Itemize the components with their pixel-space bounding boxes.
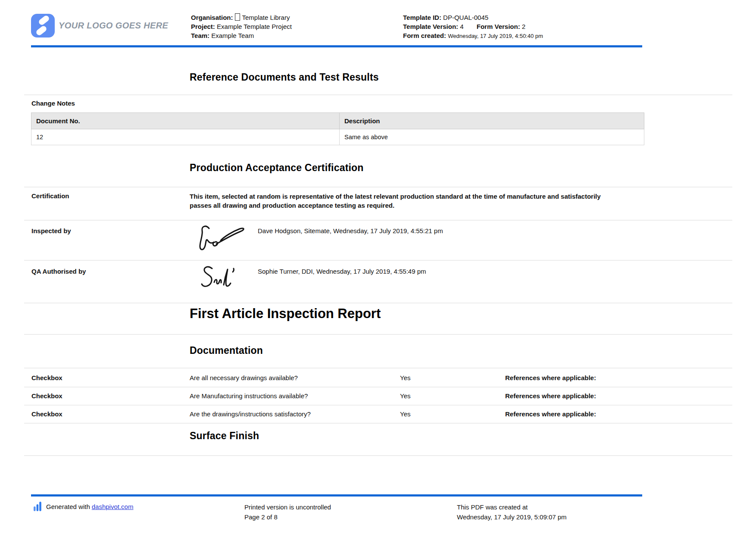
section-divider xyxy=(24,303,732,303)
qa-authorised-by-value: Sophie Turner, DDI, Wednesday, 17 July 2… xyxy=(258,268,426,275)
section-title-production-acceptance: Production Acceptance Certification xyxy=(190,162,364,174)
generated-with-text: Generated with xyxy=(46,503,90,510)
organisation-row: Organisation:Template Library xyxy=(191,13,292,22)
cell-document-no: 12 xyxy=(31,129,340,145)
section-title-surface-finish: Surface Finish xyxy=(190,430,259,442)
documentation-row: Checkbox Are the drawings/instructions s… xyxy=(24,405,732,424)
checkbox-field-label: Checkbox xyxy=(31,410,62,418)
change-notes-table: Document No. Description 12 Same as abov… xyxy=(31,112,644,145)
change-notes-label: Change Notes xyxy=(31,100,75,107)
template-version-value: 4 xyxy=(460,23,463,30)
section-divider xyxy=(24,334,732,335)
bar-chart-icon xyxy=(34,502,42,512)
certification-statement: This item, selected at random is represe… xyxy=(190,192,621,210)
project-value: Example Template Project xyxy=(217,23,292,30)
dashpivot-link[interactable]: dashpivot.com xyxy=(92,503,134,510)
report-title: First Article Inspection Report xyxy=(190,306,381,322)
checkbox-answer: Yes xyxy=(400,374,410,381)
form-created-value: Wednesday, 17 July 2019, 4:50:40 pm xyxy=(448,33,543,39)
cell-description: Same as above xyxy=(340,129,644,145)
table-row: 12 Same as above xyxy=(31,129,644,145)
checkbox-field-label: Checkbox xyxy=(31,392,62,400)
inspector-signature xyxy=(195,223,249,255)
header-rule xyxy=(31,45,642,47)
section-divider xyxy=(24,94,732,95)
template-version-label: Template Version: xyxy=(403,23,458,30)
footer-print-info: Printed version is uncontrolled Page 2 o… xyxy=(244,502,331,522)
section-title-reference-documents: Reference Documents and Test Results xyxy=(190,72,379,83)
inspected-by-value: Dave Hodgson, Sitemate, Wednesday, 17 Ju… xyxy=(258,227,443,234)
organisation-value: Template Library xyxy=(242,14,290,21)
qa-authorised-by-label: QA Authorised by xyxy=(31,268,86,275)
version-row: Template Version: 4 Form Version: 2 xyxy=(403,22,543,31)
logo-placeholder-text: YOUR LOGO GOES HERE xyxy=(59,21,168,31)
company-logo-icon xyxy=(31,14,55,37)
project-label: Project: xyxy=(191,23,215,30)
footer-created-info: This PDF was created at Wednesday, 17 Ju… xyxy=(457,502,567,522)
project-meta-block: Organisation:Template Library Project: E… xyxy=(191,13,292,40)
references-label: References where applicable: xyxy=(505,410,596,418)
form-version-label: Form Version: xyxy=(477,23,520,30)
documentation-row: Checkbox Are Manufacturing instructions … xyxy=(24,387,732,406)
template-meta-block: Template ID: DP-QUAL-0045 Template Versi… xyxy=(403,13,543,41)
form-created-label: Form created: xyxy=(403,32,446,39)
section-divider xyxy=(24,220,732,221)
team-label: Team: xyxy=(191,32,209,39)
pdf-created-label: This PDF was created at xyxy=(457,502,567,512)
team-value: Example Team xyxy=(211,32,254,39)
checkbox-answer: Yes xyxy=(400,392,410,400)
footer-generated-with: Generated with dashpivot.com xyxy=(34,502,133,512)
pdf-created-timestamp: Wednesday, 17 July 2019, 5:09:07 pm xyxy=(457,512,567,522)
inspected-by-label: Inspected by xyxy=(31,227,71,234)
page-number: Page 2 of 8 xyxy=(244,512,331,522)
references-label: References where applicable: xyxy=(505,374,596,381)
section-divider xyxy=(24,260,732,261)
form-version-value: 2 xyxy=(522,23,525,30)
project-row: Project: Example Template Project xyxy=(191,22,292,31)
checkbox-question: Are Manufacturing instructions available… xyxy=(190,392,308,400)
footer-rule xyxy=(31,494,642,497)
section-title-documentation: Documentation xyxy=(190,345,263,356)
form-created-row: Form created: Wednesday, 17 July 2019, 4… xyxy=(403,31,543,41)
team-row: Team: Example Team xyxy=(191,31,292,40)
section-divider xyxy=(24,187,732,187)
checkbox-question: Are all necessary drawings available? xyxy=(190,374,298,381)
column-header-description: Description xyxy=(340,113,644,129)
checkbox-question: Are the drawings/instructions satisfacto… xyxy=(190,410,311,418)
template-id-row: Template ID: DP-QUAL-0045 xyxy=(403,13,543,22)
template-id-label: Template ID: xyxy=(403,14,441,21)
organisation-label: Organisation: xyxy=(191,14,233,21)
documentation-row: Checkbox Are all necessary drawings avai… xyxy=(24,368,732,387)
section-divider xyxy=(24,455,732,456)
pdf-page: YOUR LOGO GOES HERE Organisation:Templat… xyxy=(0,0,756,534)
template-id-value: DP-QUAL-0045 xyxy=(443,14,488,21)
missing-glyph-icon xyxy=(235,13,240,21)
certification-label: Certification xyxy=(31,192,69,200)
table-header-row: Document No. Description xyxy=(31,113,644,129)
references-label: References where applicable: xyxy=(505,392,596,400)
checkbox-field-label: Checkbox xyxy=(31,374,62,381)
qa-signature xyxy=(199,265,241,291)
column-header-document-no: Document No. xyxy=(31,113,340,129)
printed-version-text: Printed version is uncontrolled xyxy=(244,502,331,512)
checkbox-answer: Yes xyxy=(400,410,410,418)
